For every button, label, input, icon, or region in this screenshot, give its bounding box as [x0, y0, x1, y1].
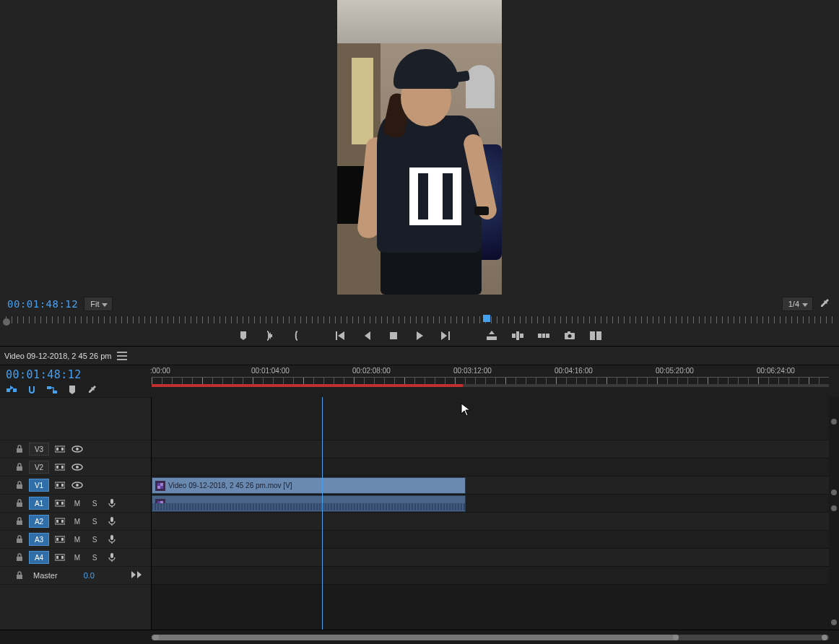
track-target-v1[interactable]: V1	[29, 479, 49, 492]
mute-button[interactable]: M	[71, 497, 84, 509]
video-track-header-v3[interactable]: V3	[0, 440, 151, 458]
lock-icon[interactable]	[14, 499, 25, 508]
toggle-track-visibility-icon[interactable]	[71, 479, 84, 491]
track-target-v3[interactable]: V3	[29, 443, 49, 456]
zoom-fit-dropdown[interactable]: Fit	[84, 297, 113, 311]
svg-point-11	[568, 334, 572, 338]
video-track-header-v1[interactable]: V1	[0, 477, 151, 495]
track-output-icon[interactable]	[53, 497, 66, 509]
timeline-ruler[interactable]: :00:0000:01:04:0000:02:08:0000:03:12:000…	[152, 365, 839, 387]
export-frame-icon[interactable]	[537, 329, 550, 342]
master-out-icon[interactable]	[131, 570, 144, 580]
program-monitor-viewport[interactable]	[0, 0, 839, 295]
audio-lane-a3[interactable]	[152, 531, 829, 549]
track-output-icon[interactable]	[53, 534, 66, 545]
vertical-scrollbar[interactable]	[829, 397, 839, 630]
add-marker-tool-icon[interactable]	[66, 384, 78, 396]
audio-track-header-a4[interactable]: A4MS	[0, 549, 151, 567]
lock-icon[interactable]	[16, 571, 23, 580]
ruler-tick-label: 00:06:24:00	[757, 367, 795, 375]
svg-rect-2	[448, 331, 450, 340]
track-target-v2[interactable]: V2	[29, 461, 49, 474]
lock-icon[interactable]	[14, 517, 25, 526]
audio-clip[interactable]	[152, 495, 466, 512]
track-target-a3[interactable]: A3	[29, 533, 49, 546]
add-marker-icon[interactable]	[237, 329, 250, 342]
track-output-icon[interactable]	[53, 461, 66, 473]
comparison-view-icon[interactable]	[589, 329, 602, 342]
track-lanes[interactable]: Video 09-12-2018, 2 45 26 pm.mov [V]	[152, 397, 839, 630]
lock-icon[interactable]	[14, 553, 25, 562]
program-monitor-panel: 00:01:48:12 Fit 1/4	[0, 0, 839, 347]
timeline-horizontal-scrollbar[interactable]	[0, 630, 839, 644]
lift-icon[interactable]	[485, 329, 498, 342]
mute-button[interactable]: M	[71, 552, 84, 563]
audio-lane-a4[interactable]	[152, 549, 829, 567]
video-lane-v2[interactable]	[152, 458, 829, 477]
monitor-scroll-thumb[interactable]	[3, 318, 10, 326]
play-stop-icon[interactable]	[387, 329, 400, 342]
snap-icon[interactable]	[26, 384, 38, 396]
track-output-icon[interactable]	[53, 479, 66, 491]
nest-insert-icon[interactable]	[6, 384, 17, 396]
track-target-a4[interactable]: A4	[29, 551, 49, 564]
svg-rect-4	[512, 334, 516, 338]
svg-rect-27	[56, 466, 58, 469]
camera-icon[interactable]	[563, 329, 576, 342]
go-to-out-icon[interactable]	[439, 329, 452, 342]
mark-in-icon[interactable]	[263, 329, 276, 342]
solo-button[interactable]: S	[88, 552, 101, 563]
go-to-in-icon[interactable]	[335, 329, 348, 342]
fx-badge-icon[interactable]	[155, 481, 165, 491]
mark-out-icon[interactable]	[289, 329, 302, 342]
mute-button[interactable]: M	[71, 515, 84, 527]
lock-icon[interactable]	[14, 463, 25, 471]
solo-button[interactable]: S	[88, 515, 101, 527]
lock-icon[interactable]	[14, 535, 25, 544]
audio-track-header-a3[interactable]: A3MS	[0, 531, 151, 549]
svg-rect-19	[17, 448, 22, 453]
voice-over-mic-icon[interactable]	[105, 497, 118, 509]
playhead[interactable]	[322, 397, 323, 630]
monitor-timecode[interactable]: 00:01:48:12	[7, 298, 78, 310]
audio-track-header-a1[interactable]: A1MS	[0, 495, 151, 513]
svg-rect-56	[110, 553, 113, 558]
solo-button[interactable]: S	[88, 497, 101, 509]
svg-rect-33	[56, 484, 58, 487]
mute-button[interactable]: M	[71, 534, 84, 545]
lock-icon[interactable]	[14, 481, 25, 489]
resolution-label: 1/4	[788, 300, 799, 308]
solo-button[interactable]: S	[88, 534, 101, 545]
play-icon[interactable]	[413, 329, 426, 342]
track-target-a2[interactable]: A2	[29, 515, 49, 528]
video-clip[interactable]: Video 09-12-2018, 2 45 26 pm.mov [V]	[152, 477, 466, 494]
panel-menu-icon[interactable]	[117, 352, 127, 360]
svg-rect-55	[61, 556, 64, 559]
video-lane-v3[interactable]	[152, 440, 829, 458]
toggle-track-visibility-icon[interactable]	[71, 443, 84, 455]
track-output-icon[interactable]	[53, 443, 66, 455]
toggle-track-visibility-icon[interactable]	[71, 461, 84, 473]
timeline-settings-icon[interactable]	[87, 384, 98, 396]
lock-icon[interactable]	[14, 445, 25, 453]
timeline-timecode[interactable]: 00:01:48:12	[6, 368, 146, 381]
linked-selection-icon[interactable]	[46, 384, 58, 396]
step-back-icon[interactable]	[361, 329, 374, 342]
video-track-header-v2[interactable]: V2	[0, 458, 151, 477]
audio-lane-a2[interactable]	[152, 513, 829, 531]
extract-icon[interactable]	[511, 329, 524, 342]
playback-resolution-dropdown[interactable]: 1/4	[782, 297, 813, 311]
monitor-mini-timeline[interactable]	[0, 313, 839, 326]
voice-over-mic-icon[interactable]	[105, 515, 118, 527]
master-volume-value[interactable]: 0.0	[84, 571, 95, 580]
audio-track-header-a2[interactable]: A2MS	[0, 513, 151, 531]
voice-over-mic-icon[interactable]	[105, 552, 118, 563]
settings-icon[interactable]	[819, 297, 832, 310]
voice-over-mic-icon[interactable]	[105, 534, 118, 545]
track-output-icon[interactable]	[53, 552, 66, 563]
sequence-tab-name[interactable]: Video 09-12-2018, 2 45 26 pm	[4, 352, 111, 360]
track-target-a1[interactable]: A1	[29, 497, 49, 510]
track-output-icon[interactable]	[53, 515, 66, 527]
svg-rect-13	[590, 331, 595, 340]
monitor-playhead-marker[interactable]	[483, 315, 490, 322]
